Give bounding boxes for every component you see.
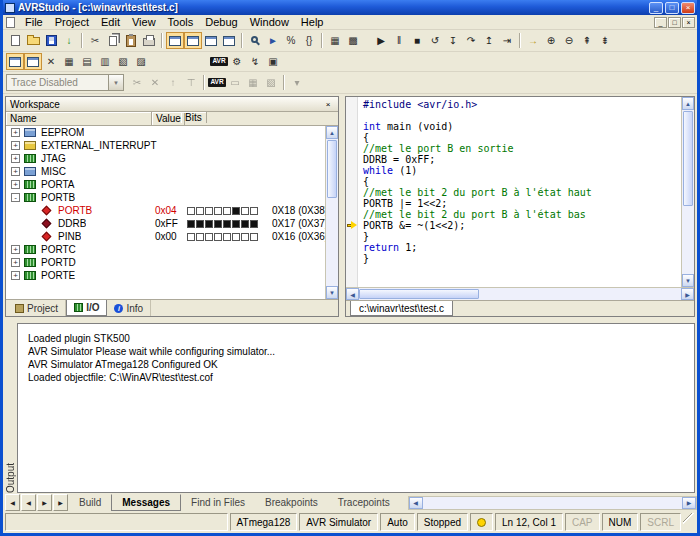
close-icon[interactable]: × — [681, 2, 695, 14]
bit-checkbox[interactable] — [223, 207, 231, 215]
menu-view[interactable]: View — [126, 15, 162, 29]
tab-tracepoints[interactable]: Tracepoints — [328, 494, 400, 511]
reset-icon[interactable]: ↺ — [426, 32, 444, 49]
mem-map-icon[interactable]: ▦ — [244, 74, 262, 91]
menu-help[interactable]: Help — [295, 15, 330, 29]
step-over-icon[interactable]: ↷ — [462, 32, 480, 49]
save-file-icon[interactable] — [42, 32, 60, 49]
output-panel-label[interactable]: Output — [5, 333, 16, 493]
bit-checkbox[interactable] — [196, 207, 204, 215]
scroll-track[interactable] — [326, 139, 338, 286]
mdi-close-icon[interactable]: × — [682, 17, 695, 28]
bit-checkbox[interactable] — [214, 233, 222, 241]
device-upload-icon[interactable]: ↯ — [246, 53, 264, 70]
scroll-thumb[interactable] — [683, 111, 693, 206]
message-view-icon[interactable]: ▨ — [132, 53, 150, 70]
find-next-icon[interactable]: ► — [264, 32, 282, 49]
tabbar-scrollbar[interactable]: ◀ ▶ — [408, 496, 697, 510]
scroll-left-icon[interactable]: ◀ — [409, 497, 423, 509]
editor-file-tab[interactable]: c:\winavr\test\test.c — [350, 301, 453, 316]
tab-info[interactable]: iInfo — [107, 300, 151, 316]
register-view-icon[interactable]: ▦ — [60, 53, 78, 70]
tree-row-pinb[interactable]: PINB0x000X16 (0X36) — [6, 230, 325, 243]
mdi-restore-icon[interactable]: □ — [668, 17, 681, 28]
scroll-left-icon[interactable]: ◀ — [346, 288, 359, 300]
run-to-cursor-icon[interactable]: ⇥ — [498, 32, 516, 49]
bit-checkbox[interactable] — [187, 220, 195, 228]
disassembly-view-icon[interactable]: ▧ — [114, 53, 132, 70]
bit-checkbox[interactable] — [232, 233, 240, 241]
scroll-up-icon[interactable]: ▲ — [682, 97, 694, 110]
project-window-icon[interactable] — [6, 53, 24, 70]
expand-toggle-icon[interactable]: + — [11, 154, 20, 163]
toggle-workspace-icon[interactable] — [166, 32, 184, 49]
column-header-bits[interactable]: Bits — [181, 112, 207, 123]
find-icon[interactable] — [246, 32, 264, 49]
simulator-options-icon[interactable]: ⚙ — [228, 53, 246, 70]
tile-windows-icon[interactable] — [220, 32, 238, 49]
title-bar[interactable]: AVRStudio - [c:\winavr\test\test.c] _ □ … — [3, 0, 697, 15]
layout-icon[interactable]: ▭ — [226, 74, 244, 91]
bit-checkbox[interactable] — [205, 207, 213, 215]
minimize-icon[interactable]: _ — [649, 2, 663, 14]
run-icon[interactable]: ▶ — [372, 32, 390, 49]
expand-toggle-icon[interactable]: + — [11, 141, 20, 150]
new-file-icon[interactable] — [6, 32, 24, 49]
cut-icon[interactable]: ✂ — [86, 32, 104, 49]
print-icon[interactable] — [140, 32, 158, 49]
workspace-scrollbar[interactable]: ▲ ▼ — [325, 126, 338, 299]
scroll-up-icon[interactable]: ▲ — [326, 126, 338, 139]
tab-build[interactable]: Build — [69, 494, 111, 511]
editor-hscrollbar[interactable]: ◀ ▶ — [346, 287, 694, 300]
expand-toggle-icon[interactable]: + — [11, 271, 20, 280]
bit-checkbox[interactable] — [214, 220, 222, 228]
bit-checkbox[interactable] — [187, 207, 195, 215]
pause-icon[interactable]: ‖ — [390, 32, 408, 49]
tree-row-external_interrupt[interactable]: +EXTERNAL_INTERRUPT — [6, 139, 325, 152]
bit-checkbox[interactable] — [196, 220, 204, 228]
bit-checkbox[interactable] — [205, 233, 213, 241]
bit-checkbox[interactable] — [223, 233, 231, 241]
bit-checkbox[interactable] — [232, 220, 240, 228]
editor-margin[interactable] — [346, 97, 358, 287]
menu-window[interactable]: Window — [244, 15, 295, 29]
bit-checkbox[interactable] — [214, 207, 222, 215]
column-header-name[interactable]: Name — [6, 112, 152, 125]
io-window-icon[interactable] — [24, 53, 42, 70]
expand-toggle-icon[interactable]: + — [11, 167, 20, 176]
workspace-header[interactable]: Workspace × — [6, 97, 338, 112]
memory-view-icon[interactable]: ▤ — [78, 53, 96, 70]
tree-row-portc[interactable]: +PORTC — [6, 243, 325, 256]
tree-row-eeprom[interactable]: +EEPROM — [6, 126, 325, 139]
tab-project[interactable]: Project — [8, 300, 66, 316]
expand-toggle-icon[interactable]: + — [11, 258, 20, 267]
bit-checkbox[interactable] — [241, 220, 249, 228]
menu-debug[interactable]: Debug — [199, 15, 243, 29]
step-into-icon[interactable]: ↧ — [444, 32, 462, 49]
stopwatch-plus-icon[interactable]: ⊕ — [542, 32, 560, 49]
match-braces-icon[interactable]: {} — [300, 32, 318, 49]
trace-clear-icon[interactable]: ✂ — [128, 74, 146, 91]
open-file-icon[interactable] — [24, 32, 42, 49]
last-tab-icon[interactable]: ▶ — [53, 494, 68, 511]
next-tab-icon[interactable]: ▶ — [37, 494, 52, 511]
trace-combobox[interactable]: Trace Disabled ▼ — [6, 74, 124, 91]
download-icon[interactable]: ↓ — [60, 32, 78, 49]
menu-file[interactable]: File — [19, 15, 49, 29]
tree-row-portb[interactable]: PORTB0x040X18 (0X38) — [6, 204, 325, 217]
editor-vscrollbar[interactable]: ▲ ▼ — [681, 97, 694, 287]
scroll-down-icon[interactable]: ▼ — [326, 286, 338, 299]
scroll-down-icon[interactable]: ▼ — [682, 274, 694, 287]
bit-checkbox[interactable] — [250, 207, 258, 215]
tab-messages[interactable]: Messages — [111, 494, 181, 511]
page-down-icon[interactable]: ⇟ — [596, 32, 614, 49]
expand-toggle-icon[interactable]: + — [11, 128, 20, 137]
bit-checkbox[interactable] — [241, 207, 249, 215]
zoom-percent-icon[interactable]: % — [282, 32, 300, 49]
mdi-minimize-icon[interactable]: _ — [654, 17, 667, 28]
code-lines[interactable]: #include <avr/io.h>int main (void){//met… — [358, 97, 681, 287]
tree-row-portb[interactable]: -PORTB — [6, 191, 325, 204]
paste-icon[interactable] — [122, 32, 140, 49]
workspace-close-icon[interactable]: × — [322, 99, 334, 110]
toggle-output-icon[interactable] — [184, 32, 202, 49]
